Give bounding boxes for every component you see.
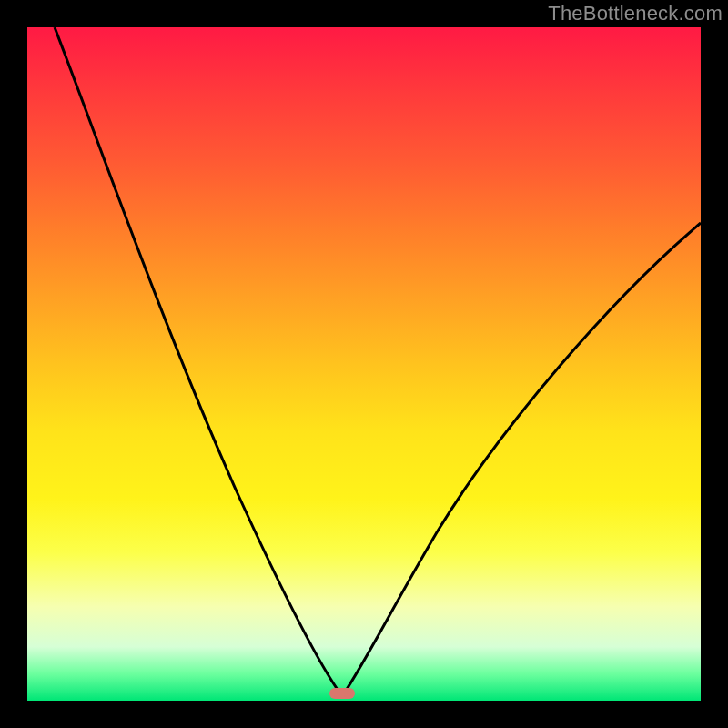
- curve-right-branch: [342, 223, 701, 696]
- outer-frame: TheBottleneck.com: [0, 0, 728, 728]
- bottleneck-curve: [27, 27, 701, 701]
- watermark-text: TheBottleneck.com: [548, 2, 723, 25]
- minimum-marker: [329, 688, 355, 699]
- curve-left-branch: [55, 27, 342, 696]
